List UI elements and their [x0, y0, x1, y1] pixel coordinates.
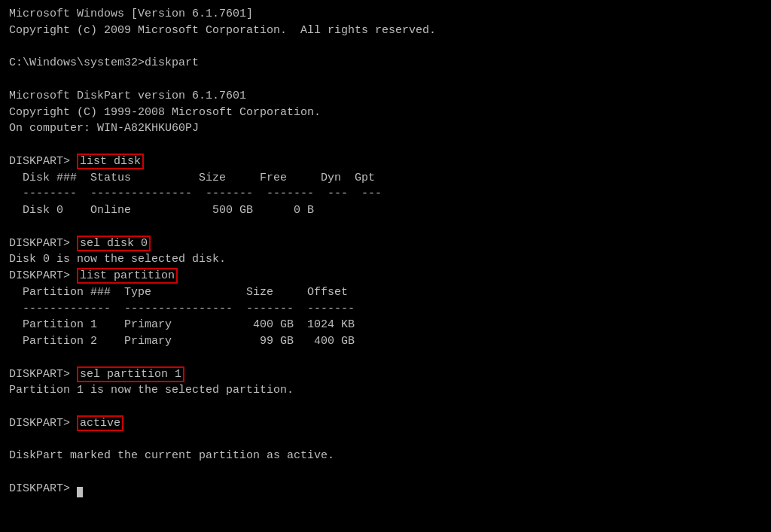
line-disk-0: Disk 0 Online 500 GB 0 B [9, 202, 762, 219]
line-disk-header: Disk ### Status Size Free Dyn Gpt [9, 170, 762, 187]
prompt-5: DISKPART> [9, 417, 77, 430]
line-windows-version: Microsoft Windows [Version 6.1.7601] [9, 6, 762, 23]
line-diskpart-version: Microsoft DiskPart version 6.1.7601 [9, 88, 762, 105]
cmd-sel-disk-0: sel disk 0 [77, 236, 151, 251]
line-partition-active: DiskPart marked the current partition as… [9, 448, 762, 464]
cmd-sel-partition-1: sel partition 1 [77, 366, 184, 382]
prompt-6: DISKPART> [9, 482, 77, 495]
terminal-window: Microsoft Windows [Version 6.1.7601] Cop… [9, 6, 762, 526]
line-partition-2: Partition 2 Primary 99 GB 400 GB [9, 333, 762, 350]
line-partition-header: Partition ### Type Size Offset [9, 284, 762, 301]
line-active-prompt: DISKPART> active [9, 415, 762, 432]
prompt-2: DISKPART> [9, 237, 77, 250]
prompt-4: DISKPART> [9, 368, 77, 381]
cmd-list-disk: list disk [77, 154, 144, 169]
line-empty-2 [9, 71, 762, 88]
line-empty-5 [9, 350, 762, 366]
line-diskpart-copyright: Copyright (C) 1999-2008 Microsoft Corpor… [9, 105, 762, 121]
cmd-list-partition: list partition [77, 268, 178, 284]
line-list-partition-prompt: DISKPART> list partition [9, 268, 762, 284]
line-partition-separator: ------------- ---------------- ------- -… [9, 301, 762, 318]
line-empty-6 [9, 399, 762, 415]
line-partition-selected: Partition 1 is now the selected partitio… [9, 382, 762, 399]
line-empty-8 [9, 464, 762, 481]
cmd-active: active [77, 415, 123, 431]
prompt-3: DISKPART> [9, 269, 77, 282]
line-disk-separator: -------- --------------- ------- -------… [9, 186, 762, 202]
line-empty-7 [9, 432, 762, 448]
line-empty-4 [9, 219, 762, 236]
line-list-disk-prompt: DISKPART> list disk [9, 154, 762, 170]
line-sel-disk-prompt: DISKPART> sel disk 0 [9, 236, 762, 252]
line-copyright-windows: Copyright (c) 2009 Microsoft Corporation… [9, 23, 762, 39]
line-partition-1: Partition 1 Primary 400 GB 1024 KB [9, 317, 762, 333]
line-empty-1 [9, 39, 762, 56]
line-computer-name: On computer: WIN-A82KHKU60PJ [9, 120, 762, 137]
line-final-prompt: DISKPART> [9, 481, 762, 497]
cursor-blink [77, 487, 83, 497]
prompt-1: DISKPART> [9, 155, 77, 168]
line-diskpart-launch: C:\Windows\system32>diskpart [9, 55, 762, 71]
line-empty-3 [9, 137, 762, 154]
line-disk-selected: Disk 0 is now the selected disk. [9, 251, 762, 268]
line-sel-partition-prompt: DISKPART> sel partition 1 [9, 366, 762, 383]
